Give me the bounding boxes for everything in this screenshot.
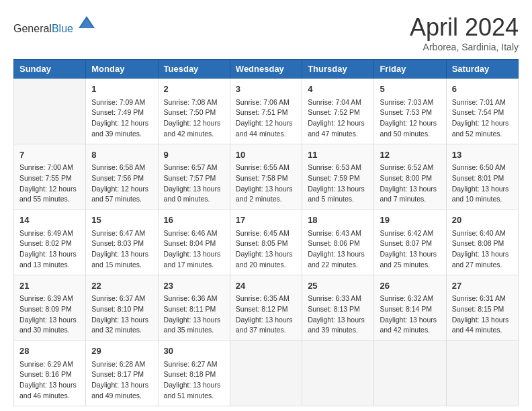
title-block: April 2024 Arborea, Sardinia, Italy [410, 13, 519, 52]
day-info: Sunrise: 6:36 AM Sunset: 8:11 PM Dayligh… [164, 293, 224, 336]
day-info: Sunrise: 6:37 AM Sunset: 8:10 PM Dayligh… [91, 293, 152, 336]
day-info: Sunrise: 6:49 AM Sunset: 8:02 PM Dayligh… [19, 228, 80, 271]
day-info: Sunrise: 6:45 AM Sunset: 8:05 PM Dayligh… [236, 228, 296, 271]
day-info: Sunrise: 6:33 AM Sunset: 8:13 PM Dayligh… [308, 293, 368, 336]
day-info: Sunrise: 7:04 AM Sunset: 7:52 PM Dayligh… [308, 97, 368, 140]
day-cell: 30Sunrise: 6:27 AM Sunset: 8:18 PM Dayli… [158, 340, 230, 406]
logo-blue-text: Blue [52, 23, 73, 34]
day-info: Sunrise: 7:00 AM Sunset: 7:55 PM Dayligh… [19, 163, 80, 205]
header-cell-sunday: Sunday [14, 60, 86, 79]
day-cell: 6Sunrise: 7:01 AM Sunset: 7:54 PM Daylig… [446, 79, 518, 144]
day-number: 5 [380, 83, 440, 96]
day-cell: 9Sunrise: 6:57 AM Sunset: 7:57 PM Daylig… [158, 144, 230, 210]
header-cell-thursday: Thursday [302, 60, 374, 79]
day-info: Sunrise: 6:55 AM Sunset: 7:58 PM Dayligh… [236, 163, 296, 205]
day-number: 1 [91, 83, 152, 96]
page-header: GeneralBlue April 2024 Arborea, Sardinia… [13, 13, 519, 52]
day-info: Sunrise: 6:58 AM Sunset: 7:56 PM Dayligh… [91, 163, 152, 205]
day-cell: 19Sunrise: 6:42 AM Sunset: 8:07 PM Dayli… [374, 210, 446, 275]
logo-icon [77, 13, 96, 32]
day-cell [374, 340, 446, 406]
calendar-table: SundayMondayTuesdayWednesdayThursdayFrid… [13, 59, 519, 406]
day-number: 24 [236, 279, 296, 293]
day-number: 21 [19, 279, 80, 293]
day-cell [446, 340, 518, 406]
day-cell [14, 79, 86, 144]
day-number: 10 [236, 148, 296, 162]
day-info: Sunrise: 6:29 AM Sunset: 8:16 PM Dayligh… [19, 359, 80, 402]
day-cell: 1Sunrise: 7:09 AM Sunset: 7:49 PM Daylig… [86, 79, 158, 144]
day-number: 7 [19, 148, 80, 162]
day-cell: 20Sunrise: 6:40 AM Sunset: 8:08 PM Dayli… [446, 210, 518, 275]
header-cell-tuesday: Tuesday [158, 60, 230, 79]
week-row-1: 1Sunrise: 7:09 AM Sunset: 7:49 PM Daylig… [14, 79, 519, 144]
day-cell: 4Sunrise: 7:04 AM Sunset: 7:52 PM Daylig… [302, 79, 374, 144]
header-cell-monday: Monday [86, 60, 158, 79]
day-info: Sunrise: 6:52 AM Sunset: 8:00 PM Dayligh… [380, 163, 440, 205]
logo: GeneralBlue [13, 13, 96, 35]
day-cell: 13Sunrise: 6:50 AM Sunset: 8:01 PM Dayli… [446, 144, 518, 210]
day-cell: 21Sunrise: 6:39 AM Sunset: 8:09 PM Dayli… [14, 275, 86, 340]
day-info: Sunrise: 6:57 AM Sunset: 7:57 PM Dayligh… [164, 163, 224, 205]
day-number: 6 [452, 83, 513, 96]
day-number: 29 [91, 345, 152, 358]
day-number: 30 [164, 345, 224, 358]
day-info: Sunrise: 7:06 AM Sunset: 7:51 PM Dayligh… [236, 97, 296, 140]
week-row-5: 28Sunrise: 6:29 AM Sunset: 8:16 PM Dayli… [14, 340, 519, 406]
calendar-body: 1Sunrise: 7:09 AM Sunset: 7:49 PM Daylig… [14, 79, 519, 406]
day-info: Sunrise: 6:42 AM Sunset: 8:07 PM Dayligh… [380, 228, 440, 271]
day-cell: 15Sunrise: 6:47 AM Sunset: 8:03 PM Dayli… [86, 210, 158, 275]
day-cell: 5Sunrise: 7:03 AM Sunset: 7:53 PM Daylig… [374, 79, 446, 144]
day-number: 4 [308, 83, 368, 96]
day-number: 13 [452, 148, 513, 162]
week-row-4: 21Sunrise: 6:39 AM Sunset: 8:09 PM Dayli… [14, 275, 519, 340]
location: Arborea, Sardinia, Italy [410, 42, 519, 52]
day-number: 27 [452, 279, 513, 293]
week-row-2: 7Sunrise: 7:00 AM Sunset: 7:55 PM Daylig… [14, 144, 519, 210]
day-cell: 7Sunrise: 7:00 AM Sunset: 7:55 PM Daylig… [14, 144, 86, 210]
header-cell-saturday: Saturday [446, 60, 518, 79]
day-number: 25 [308, 279, 368, 293]
day-cell: 24Sunrise: 6:35 AM Sunset: 8:12 PM Dayli… [230, 275, 302, 340]
day-cell: 8Sunrise: 6:58 AM Sunset: 7:56 PM Daylig… [86, 144, 158, 210]
day-info: Sunrise: 6:39 AM Sunset: 8:09 PM Dayligh… [19, 293, 80, 336]
day-cell: 18Sunrise: 6:43 AM Sunset: 8:06 PM Dayli… [302, 210, 374, 275]
day-info: Sunrise: 6:50 AM Sunset: 8:01 PM Dayligh… [452, 163, 513, 205]
day-info: Sunrise: 7:09 AM Sunset: 7:49 PM Dayligh… [91, 97, 152, 140]
day-number: 12 [380, 148, 440, 162]
day-number: 15 [91, 214, 152, 227]
day-info: Sunrise: 6:53 AM Sunset: 7:59 PM Dayligh… [308, 163, 368, 205]
header-row: SundayMondayTuesdayWednesdayThursdayFrid… [14, 60, 519, 79]
day-cell: 17Sunrise: 6:45 AM Sunset: 8:05 PM Dayli… [230, 210, 302, 275]
day-cell [302, 340, 374, 406]
logo-general-text: General [13, 23, 52, 34]
day-cell: 29Sunrise: 6:28 AM Sunset: 8:17 PM Dayli… [86, 340, 158, 406]
day-cell: 25Sunrise: 6:33 AM Sunset: 8:13 PM Dayli… [302, 275, 374, 340]
day-cell: 12Sunrise: 6:52 AM Sunset: 8:00 PM Dayli… [374, 144, 446, 210]
day-number: 23 [164, 279, 224, 293]
day-number: 17 [236, 214, 296, 227]
day-info: Sunrise: 7:01 AM Sunset: 7:54 PM Dayligh… [452, 97, 513, 140]
day-number: 11 [308, 148, 368, 162]
day-number: 19 [380, 214, 440, 227]
day-number: 14 [19, 214, 80, 227]
day-cell: 3Sunrise: 7:06 AM Sunset: 7:51 PM Daylig… [230, 79, 302, 144]
day-info: Sunrise: 6:43 AM Sunset: 8:06 PM Dayligh… [308, 228, 368, 271]
day-cell: 26Sunrise: 6:32 AM Sunset: 8:14 PM Dayli… [374, 275, 446, 340]
day-info: Sunrise: 6:40 AM Sunset: 8:08 PM Dayligh… [452, 228, 513, 271]
day-info: Sunrise: 6:47 AM Sunset: 8:03 PM Dayligh… [91, 228, 152, 271]
day-number: 2 [164, 83, 224, 96]
day-info: Sunrise: 6:28 AM Sunset: 8:17 PM Dayligh… [91, 359, 152, 402]
day-number: 22 [91, 279, 152, 293]
day-info: Sunrise: 7:03 AM Sunset: 7:53 PM Dayligh… [380, 97, 440, 140]
day-info: Sunrise: 6:27 AM Sunset: 8:18 PM Dayligh… [164, 359, 224, 402]
day-cell: 23Sunrise: 6:36 AM Sunset: 8:11 PM Dayli… [158, 275, 230, 340]
day-number: 18 [308, 214, 368, 227]
day-cell: 14Sunrise: 6:49 AM Sunset: 8:02 PM Dayli… [14, 210, 86, 275]
day-cell: 11Sunrise: 6:53 AM Sunset: 7:59 PM Dayli… [302, 144, 374, 210]
day-cell: 10Sunrise: 6:55 AM Sunset: 7:58 PM Dayli… [230, 144, 302, 210]
calendar-header: SundayMondayTuesdayWednesdayThursdayFrid… [14, 60, 519, 79]
day-cell: 27Sunrise: 6:31 AM Sunset: 8:15 PM Dayli… [446, 275, 518, 340]
day-number: 26 [380, 279, 440, 293]
day-cell: 2Sunrise: 7:08 AM Sunset: 7:50 PM Daylig… [158, 79, 230, 144]
